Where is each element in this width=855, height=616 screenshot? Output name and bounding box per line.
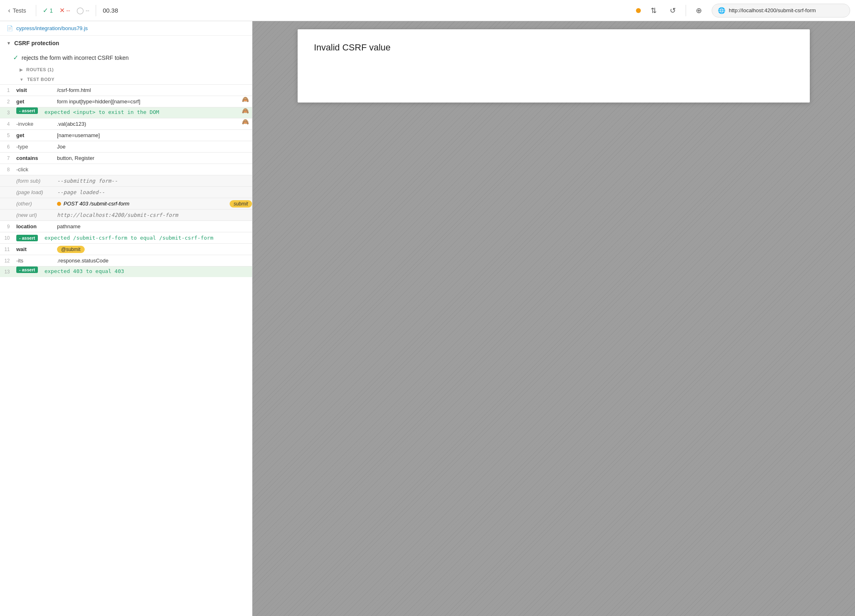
- cmd-detail-1: /csrf-form.html: [54, 85, 252, 96]
- badge-cell-3: - assert: [13, 107, 41, 118]
- assert-badge-13: - assert: [16, 266, 38, 273]
- cmd-detail-13: expected 403 to equal 403: [41, 266, 252, 277]
- cmd-detail-7: button, Register: [54, 153, 252, 164]
- cmd-row-formsub: (form sub) --submitting form--: [0, 175, 252, 186]
- left-panel: 📄 cypress/integration/bonus79.js ▼ CSRF …: [0, 21, 252, 616]
- divider-1: [36, 5, 36, 16]
- eye-off-icon-3: 🙈: [239, 107, 252, 118]
- cmd-detail-8: [54, 167, 252, 172]
- at-submit-badge: @submit: [57, 246, 85, 253]
- cmd-name-pageload: (page load): [13, 187, 54, 198]
- pass-stat: ✓ 1: [43, 7, 53, 14]
- body-section-header[interactable]: ▼ TEST BODY: [0, 74, 252, 84]
- cmd-row-10[interactable]: 10 - assert expected /submit-csrf-form t…: [0, 232, 252, 243]
- globe-icon: 🌐: [718, 7, 726, 14]
- cmd-detail-6: Joe: [54, 141, 252, 152]
- badge-cell-13: - assert: [13, 266, 41, 277]
- cmd-detail-5: [name=username]: [54, 130, 252, 141]
- test-item-0[interactable]: ✓ rejects the form with incorrect CSRF t…: [0, 50, 252, 65]
- cmd-row-5[interactable]: 5 get [name=username]: [0, 129, 252, 141]
- cmd-num-4: 4: [0, 119, 13, 129]
- cmd-num-12: 12: [0, 256, 13, 266]
- cmd-detail-12: .response.statusCode: [54, 255, 252, 266]
- cmd-row-pageload: (page load) --page loaded--: [0, 186, 252, 198]
- cmd-row-1[interactable]: 1 visit /csrf-form.html: [0, 84, 252, 96]
- submit-badge: submit: [230, 200, 252, 208]
- routes-section-header[interactable]: ▶ ROUTES (1): [0, 65, 252, 74]
- cmd-row-newurl: (new url) http://localhost:4200/submit-c…: [0, 209, 252, 221]
- reload-button[interactable]: ↺: [666, 4, 679, 17]
- cmd-row-11[interactable]: 11 wait @submit: [0, 243, 252, 255]
- cmd-num-other: [0, 201, 13, 206]
- cmd-name-5: get: [13, 130, 54, 141]
- cmd-num-pageload: [0, 190, 13, 195]
- pause-button[interactable]: ⇅: [647, 4, 660, 17]
- cmd-num-newurl: [0, 213, 13, 218]
- cmd-num-11: 11: [0, 244, 13, 255]
- file-path-bar: 📄 cypress/integration/bonus79.js: [0, 21, 252, 36]
- cmd-detail-4: .val(abc123): [54, 118, 239, 129]
- cmd-num-3: 3: [0, 107, 13, 118]
- cmd-row-12[interactable]: 12 -its .response.statusCode: [0, 255, 252, 266]
- cmd-row-9[interactable]: 9 location pathname: [0, 221, 252, 232]
- right-panel: Invalid CSRF value: [252, 21, 855, 616]
- suite-name: CSRF protection: [14, 40, 59, 46]
- settings-button[interactable]: ⊕: [693, 4, 705, 17]
- cmd-name-1: visit: [13, 85, 54, 96]
- preview-card: Invalid CSRF value: [298, 29, 810, 103]
- assert-badge-10: - assert: [16, 235, 38, 241]
- routes-label: ROUTES (1): [26, 67, 54, 72]
- eye-off-icon-4: 🙈: [239, 118, 252, 129]
- cmd-row-other[interactable]: (other) POST 403 /submit-csrf-form submi…: [0, 198, 252, 209]
- cmd-name-7: contains: [13, 153, 54, 164]
- back-button[interactable]: ‹ Tests: [5, 5, 29, 16]
- circle-icon: ◯: [77, 7, 84, 14]
- pass-count: 1: [50, 7, 53, 14]
- cmd-detail-10: expected /submit-csrf-form to equal /sub…: [41, 232, 252, 243]
- status-dot: [636, 8, 641, 13]
- cmd-name-other: (other): [13, 198, 54, 209]
- cmd-name-12: -its: [13, 255, 54, 266]
- cmd-num-5: 5: [0, 130, 13, 141]
- cmd-row-6[interactable]: 6 -type Joe: [0, 141, 252, 152]
- body-label: TEST BODY: [27, 77, 54, 82]
- chevron-left-icon: ‹: [8, 7, 10, 14]
- url-bar[interactable]: 🌐 http://localhost:4200/submit-csrf-form: [712, 4, 850, 17]
- cmd-detail-2: form input[type=hidden][name=csrf]: [54, 96, 239, 107]
- pending-count: --: [86, 7, 89, 14]
- main-layout: 📄 cypress/integration/bonus79.js ▼ CSRF …: [0, 21, 855, 616]
- cmd-row-7[interactable]: 7 contains button, Register: [0, 152, 252, 164]
- cmd-row-13[interactable]: 13 - assert expected 403 to equal 403: [0, 266, 252, 277]
- assert-text-3: expected <input> to exist in the DOM: [44, 109, 159, 115]
- badge-cell-10: - assert: [13, 232, 41, 241]
- cmd-num-13: 13: [0, 266, 13, 277]
- cmd-row-3[interactable]: 3 - assert expected <input> to exist in …: [0, 107, 252, 118]
- cmd-detail-newurl: http://localhost:4200/submit-csrf-form: [54, 210, 252, 221]
- cmd-detail-formsub: --submitting form--: [54, 175, 252, 186]
- test-pass-icon: ✓: [13, 54, 18, 61]
- x-icon: ✕: [59, 7, 65, 14]
- file-icon: 📄: [7, 25, 13, 31]
- eye-off-icon-2: 🙈: [239, 96, 252, 107]
- suite-chevron-icon: ▼: [7, 41, 11, 46]
- toolbar: ‹ Tests ✓ 1 ✕ -- ◯ -- 00.38 ⇅ ↺ ⊕ 🌐 http…: [0, 0, 855, 21]
- cmd-row-4[interactable]: 4 -invoke .val(abc123) 🙈: [0, 118, 252, 129]
- url-text: http://localhost:4200/submit-csrf-form: [729, 7, 844, 13]
- check-icon: ✓: [43, 7, 48, 14]
- orange-dot-icon: [57, 202, 61, 206]
- cmd-row-2[interactable]: 2 get form input[type=hidden][name=csrf]…: [0, 96, 252, 107]
- cmd-name-formsub: (form sub): [13, 175, 54, 186]
- cmd-row-8[interactable]: 8 -click: [0, 164, 252, 175]
- test-label-0: rejects the form with incorrect CSRF tok…: [22, 55, 129, 61]
- preview-title: Invalid CSRF value: [314, 42, 794, 53]
- timer: 00.38: [103, 7, 118, 14]
- cmd-detail-other: POST 403 /submit-csrf-form: [64, 201, 129, 207]
- file-link[interactable]: cypress/integration/bonus79.js: [16, 25, 88, 31]
- cmd-num-9: 9: [0, 221, 13, 232]
- suite-header[interactable]: ▼ CSRF protection: [0, 36, 252, 50]
- cmd-detail-11-wrap: @submit: [54, 244, 252, 255]
- cmd-num-10: 10: [0, 233, 13, 243]
- cmd-num-8: 8: [0, 164, 13, 175]
- assert-badge-3: - assert: [16, 107, 38, 114]
- cmd-name-8: -click: [13, 164, 54, 175]
